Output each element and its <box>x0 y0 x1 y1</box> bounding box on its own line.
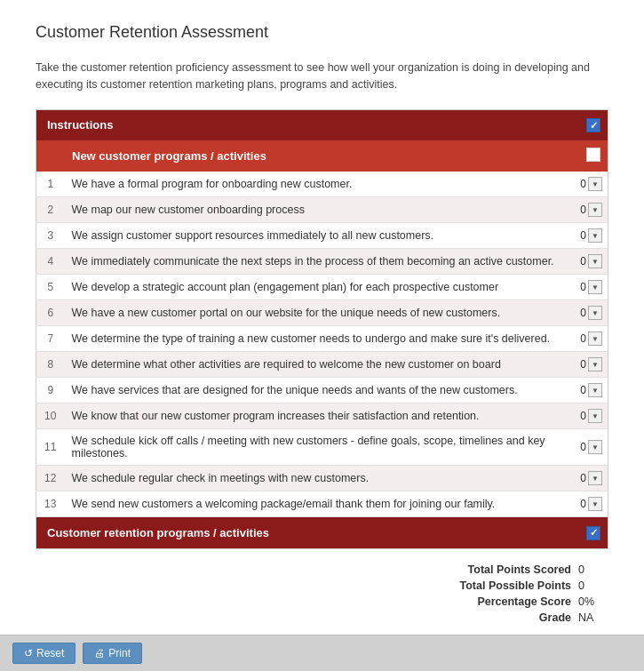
section-checkbox-instructions[interactable]: ✓ <box>564 109 608 140</box>
score-dropdown-btn[interactable]: ▼ <box>588 254 602 268</box>
table-row: 8 We determine what other activities are… <box>36 352 608 378</box>
percentage-score-label: Percentage Score <box>429 595 571 608</box>
row-number: 7 <box>36 326 65 352</box>
row-score-cell: 0 ▼ <box>564 326 608 352</box>
score-dropdown-btn[interactable]: ▼ <box>588 177 602 191</box>
reset-label: Reset <box>36 647 64 659</box>
table-row: 9 We have services that are designed for… <box>36 378 608 403</box>
score-value: 0 <box>576 229 586 242</box>
subsection-checkbox-new-customer[interactable] <box>564 140 608 172</box>
row-score-cell: 0 ▼ <box>564 352 608 378</box>
row-number: 11 <box>36 429 65 466</box>
score-value: 0 <box>576 204 586 216</box>
row-text: We have a formal program for onboarding … <box>65 172 564 197</box>
total-possible-points-value: 0 <box>578 579 605 592</box>
total-possible-points-label: Total Possible Points <box>429 579 571 592</box>
score-dropdown-btn[interactable]: ▼ <box>588 280 602 294</box>
row-score-cell: 0 ▼ <box>564 429 608 466</box>
print-label: Print <box>108 647 131 659</box>
row-score-cell: 0 ▼ <box>564 378 608 403</box>
intro-text: Take the customer retention proficiency … <box>36 60 608 93</box>
table-row: 11 We schedule kick off calls / meeting … <box>36 429 608 466</box>
score-dropdown-btn[interactable]: ▼ <box>588 203 602 217</box>
summary-section: Total Points Scored 0 Total Possible Poi… <box>36 563 608 624</box>
table-row: 5 We develop a strategic account plan (e… <box>36 275 608 300</box>
table-row: 7 We determine the type of training a ne… <box>36 326 608 352</box>
row-number: 1 <box>36 172 65 197</box>
score-dropdown-btn[interactable]: ▼ <box>588 497 602 511</box>
row-text: We assign customer support resources imm… <box>65 223 564 249</box>
row-number: 9 <box>36 378 65 403</box>
score-value: 0 <box>576 178 586 190</box>
row-text: We send new customers a welcoming packag… <box>65 491 564 517</box>
table-row: 4 We immediately communicate the next st… <box>36 249 608 275</box>
row-number: 2 <box>36 197 65 223</box>
table-row: 2 We map our new customer onboarding pro… <box>36 197 608 223</box>
row-text: We determine the type of training a new … <box>65 326 564 352</box>
section-header-instructions: Instructions ✓ <box>36 109 608 140</box>
row-text: We schedule regular check in meetings wi… <box>65 466 564 491</box>
row-number: 13 <box>36 491 65 517</box>
row-score-cell: 0 ▼ <box>564 491 608 517</box>
score-value: 0 <box>576 441 586 453</box>
row-score-cell: 0 ▼ <box>564 300 608 326</box>
score-value: 0 <box>576 255 586 268</box>
score-dropdown-btn[interactable]: ▼ <box>588 306 602 320</box>
subsection-label-new-customer: New customer programs / activities <box>36 140 564 172</box>
footer-bar: ↺ Reset 🖨 Print <box>0 635 644 671</box>
subsection-header-new-customer: New customer programs / activities <box>36 140 608 172</box>
score-value: 0 <box>576 281 586 293</box>
row-text: We develop a strategic account plan (eng… <box>65 275 564 300</box>
score-value: 0 <box>576 384 586 396</box>
score-dropdown-btn[interactable]: ▼ <box>588 383 602 397</box>
row-score-cell: 0 ▼ <box>564 172 608 197</box>
table-row: 3 We assign customer support resources i… <box>36 223 608 249</box>
row-score-cell: 0 ▼ <box>564 403 608 429</box>
score-value: 0 <box>576 332 586 345</box>
reset-icon: ↺ <box>24 647 33 659</box>
row-number: 10 <box>36 403 65 429</box>
score-dropdown-btn[interactable]: ▼ <box>588 332 602 346</box>
score-value: 0 <box>576 358 586 371</box>
score-dropdown-btn[interactable]: ▼ <box>588 409 602 423</box>
page-title: Customer Retention Assessment <box>36 23 608 42</box>
row-number: 12 <box>36 466 65 491</box>
table-row: 1 We have a formal program for onboardin… <box>36 172 608 197</box>
reset-button[interactable]: ↺ Reset <box>12 643 76 664</box>
section-header-customer-retention: Customer retention programs / activities… <box>36 517 608 549</box>
score-dropdown-btn[interactable]: ▼ <box>588 471 602 485</box>
score-dropdown-btn[interactable]: ▼ <box>588 440 602 454</box>
row-score-cell: 0 ▼ <box>564 223 608 249</box>
total-points-scored-label: Total Points Scored <box>429 563 571 576</box>
print-button[interactable]: 🖨 Print <box>83 643 142 664</box>
row-score-cell: 0 ▼ <box>564 249 608 275</box>
score-value: 0 <box>576 498 586 510</box>
total-points-scored-value: 0 <box>578 563 605 576</box>
table-row: 6 We have a new customer portal on our w… <box>36 300 608 326</box>
row-number: 6 <box>36 300 65 326</box>
score-value: 0 <box>576 472 586 484</box>
table-row: 12 We schedule regular check in meetings… <box>36 466 608 491</box>
section-checkbox-customer-retention[interactable]: ✓ <box>564 517 608 549</box>
row-text: We have services that are designed for t… <box>65 378 564 403</box>
row-text: We schedule kick off calls / meeting wit… <box>65 429 564 466</box>
section-label-customer-retention: Customer retention programs / activities <box>36 517 564 549</box>
table-row: 13 We send new customers a welcoming pac… <box>36 491 608 517</box>
row-text: We map our new customer onboarding proce… <box>65 197 564 223</box>
section-label-instructions: Instructions <box>36 109 564 140</box>
grade-value: NA <box>578 611 605 624</box>
score-dropdown-btn[interactable]: ▼ <box>588 357 602 371</box>
table-row: 10 We know that our new customer program… <box>36 403 608 429</box>
row-score-cell: 0 ▼ <box>564 275 608 300</box>
row-score-cell: 0 ▼ <box>564 197 608 223</box>
score-value: 0 <box>576 410 586 422</box>
score-dropdown-btn[interactable]: ▼ <box>588 228 602 243</box>
print-icon: 🖨 <box>94 647 105 659</box>
row-text: We immediately communicate the next step… <box>65 249 564 275</box>
percentage-score-value: 0% <box>578 595 605 608</box>
row-text: We have a new customer portal on our web… <box>65 300 564 326</box>
row-number: 8 <box>36 352 65 378</box>
row-number: 4 <box>36 249 65 275</box>
row-number: 5 <box>36 275 65 300</box>
assessment-table: Instructions ✓ New customer programs / a… <box>36 109 608 549</box>
